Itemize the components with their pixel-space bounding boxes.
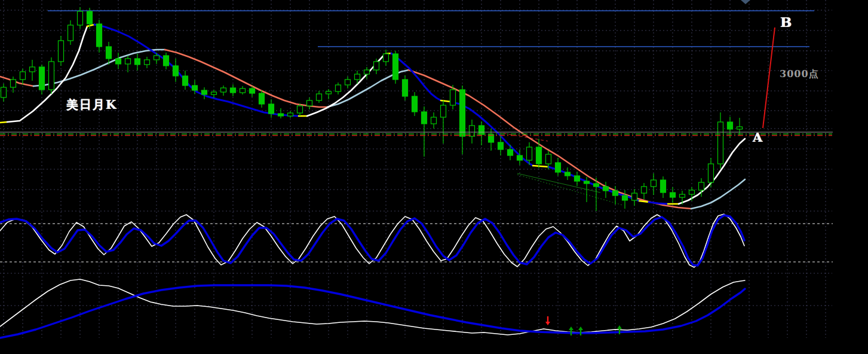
label-a: A <box>753 131 762 144</box>
label-b: B <box>780 15 792 29</box>
chart-background <box>0 0 868 354</box>
chart-canvas[interactable] <box>0 0 868 354</box>
points-annotation: 3000点 <box>780 69 819 79</box>
trading-chart-window[interactable]: 美日月K 3000点 A B <box>0 0 868 354</box>
chart-title: 美日月K <box>66 99 117 111</box>
